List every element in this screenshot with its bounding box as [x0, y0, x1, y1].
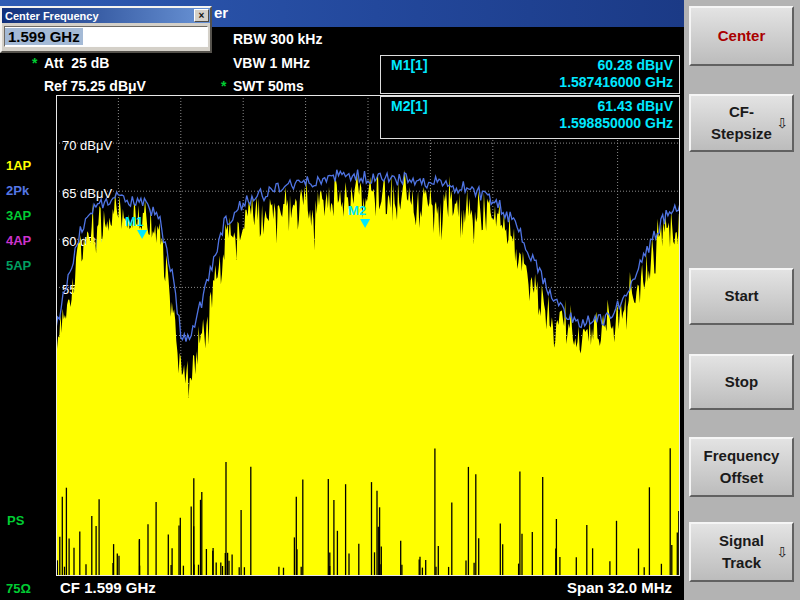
window-title: er: [214, 4, 228, 21]
softkey-cf-stepsize[interactable]: CF- Stepsize ⇩: [689, 94, 794, 152]
spectrum-svg: 70 dBμV65 dBμV60 dBμV55 dBμV50 dBμVM1M2: [56, 95, 680, 576]
att-text: Att 25 dB: [44, 55, 109, 71]
dialog-titlebar[interactable]: Center Frequency ×: [2, 8, 210, 23]
svg-text:65 dBμV: 65 dBμV: [62, 186, 112, 201]
m1-frequency: 1.587416000 GHz: [559, 74, 673, 90]
ref-level-readout: Ref 75.25 dBμV: [44, 78, 146, 94]
trace-label-2pk: 2Pk: [6, 183, 29, 198]
swt-readout: *SWT 50ms: [221, 78, 304, 94]
impedance-label: 75Ω: [6, 581, 31, 596]
center-frequency-dialog: Center Frequency × 1.599 GHz: [0, 6, 212, 53]
softkey-panel: Center CF- Stepsize ⇩ Start Stop Frequen…: [684, 0, 800, 600]
span-readout: Span 32.0 MHz: [567, 579, 672, 596]
marker-readout-m2: M2[1] 61.43 dBμV 1.598850000 GHz: [380, 96, 680, 139]
softkey-frequency-offset[interactable]: Frequency Offset: [689, 437, 794, 497]
softkey-signal-track[interactable]: Signal Track ⇩: [689, 522, 794, 582]
trace-label-5ap: 5AP: [6, 258, 31, 273]
frequency-input[interactable]: 1.599 GHz: [4, 26, 208, 47]
trace-label-1ap: 1AP: [6, 158, 31, 173]
att-coupled-star: *: [32, 55, 44, 71]
svg-text:M2: M2: [348, 203, 366, 218]
rbw-readout: RBW 300 kHz: [233, 31, 322, 47]
softkey-start-label: Start: [691, 285, 792, 308]
att-readout: *Att 25 dB: [32, 55, 109, 71]
swt-text: SWT 50ms: [233, 78, 304, 94]
swt-coupled-star: *: [221, 78, 233, 94]
marker-readout-m1: M1[1] 60.28 dBμV 1.587416000 GHz: [380, 55, 680, 94]
softkey-stop-label: Stop: [691, 371, 792, 394]
cf-readout: CF 1.599 GHz: [60, 579, 156, 596]
trace-label-3ap: 3AP: [6, 208, 31, 223]
softkey-frequency-offset-line2: Offset: [691, 467, 792, 490]
frequency-input-value: 1.599 GHz: [5, 28, 83, 45]
m1-level: 60.28 dBμV: [598, 57, 674, 73]
svg-text:70 dBμV: 70 dBμV: [62, 138, 112, 153]
spectrum-plot: 70 dBμV65 dBμV60 dBμV55 dBμV50 dBμVM1M2: [56, 95, 680, 576]
softkey-center[interactable]: Center: [689, 6, 794, 66]
softkey-center-label: Center: [691, 25, 792, 48]
m2-frequency: 1.598850000 GHz: [559, 115, 673, 131]
submenu-arrow-icon: ⇩: [776, 113, 788, 134]
softkey-frequency-offset-line1: Frequency: [691, 445, 792, 468]
preamp-status: PS: [7, 513, 24, 528]
dialog-title: Center Frequency: [5, 10, 99, 22]
softkey-stop[interactable]: Stop: [689, 354, 794, 410]
vbw-readout: VBW 1 MHz: [233, 55, 310, 71]
submenu-arrow-icon: ⇩: [776, 542, 788, 563]
trace-label-4ap: 4AP: [6, 233, 31, 248]
footer-bar: CF 1.599 GHz Span 32.0 MHz: [0, 576, 684, 600]
m2-name: M2[1]: [391, 98, 428, 114]
softkey-start[interactable]: Start: [689, 268, 794, 325]
m2-level: 61.43 dBμV: [598, 98, 674, 114]
m1-name: M1[1]: [391, 57, 428, 73]
svg-text:M1: M1: [125, 214, 143, 229]
dialog-close-icon[interactable]: ×: [194, 9, 209, 22]
